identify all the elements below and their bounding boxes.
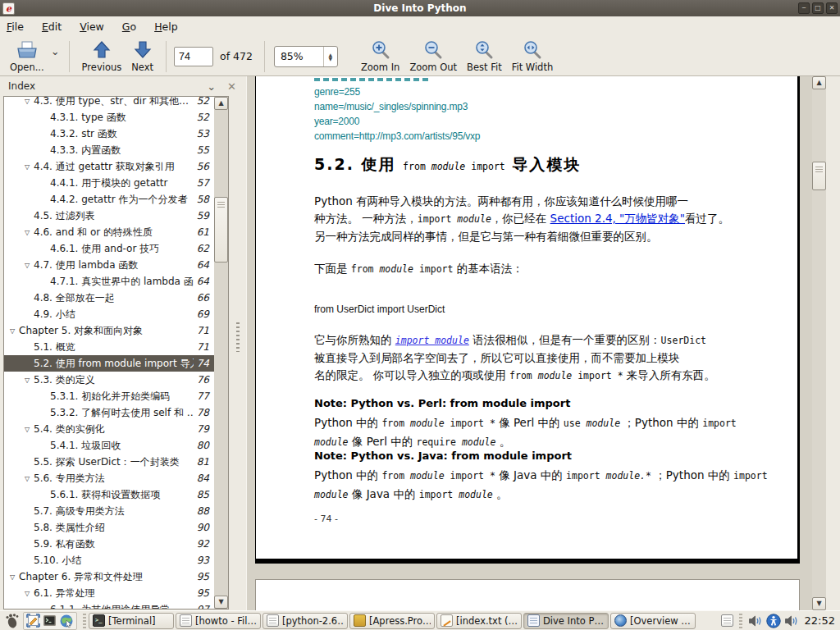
menu-view[interactable]: View <box>80 21 104 33</box>
expander-triangle-icon[interactable]: ▽ <box>21 262 34 269</box>
zoom-in-button[interactable]: Zoom In <box>356 39 405 75</box>
menu-file[interactable]: File <box>7 21 24 33</box>
document-scroll-thumb[interactable] <box>812 162 826 190</box>
zoom-in-icon <box>371 40 390 60</box>
previous-button[interactable]: Previous <box>77 39 127 75</box>
taskbar-window-button[interactable]: Dive Into P… <box>523 613 609 629</box>
scroll-down-icon[interactable]: ▼ <box>812 597 826 610</box>
toc-item[interactable]: 5.5. 探索 UserDict：一个封装类81 <box>4 454 214 470</box>
toc-item-label: 4.4. 通过 getattr 获取对象引用 <box>34 160 194 174</box>
window-list: [Terminal][howto - Fil…[python-2.6…[Apre… <box>89 613 718 629</box>
toc-item[interactable]: 5.9. 私有函数92 <box>4 536 214 552</box>
close-button[interactable]: ✕ <box>826 2 838 14</box>
taskbar-window-button[interactable]: [index.txt (… <box>436 613 522 629</box>
note-java-title: Note: Python vs. Java: from module impor… <box>314 450 572 462</box>
note-perl-body: Python 中的 from module import * 像 Perl 中的… <box>314 413 733 451</box>
toc-item[interactable]: ▽5.6. 专用类方法84 <box>4 470 214 486</box>
document-view[interactable]: genre=255 name=/music/_singles/spinning.… <box>246 76 826 610</box>
screenshot-launcher-icon[interactable] <box>26 614 40 628</box>
taskbar-window-button[interactable]: [python-2.6… <box>262 613 348 629</box>
toc-item[interactable]: ▽5.3. 类的定义76 <box>4 372 214 388</box>
toc-item[interactable]: 4.9. 小结69 <box>4 306 214 322</box>
fit-width-button[interactable]: Fit Width <box>507 39 559 75</box>
zoom-out-button[interactable]: Zoom Out <box>404 39 462 75</box>
maximize-button[interactable]: □ <box>812 2 824 14</box>
browser-launcher-icon[interactable] <box>59 614 74 628</box>
sidebar-dropdown-chevron-icon[interactable]: ⌄ <box>207 80 216 93</box>
page-number-input[interactable] <box>174 47 213 66</box>
toc-item-page: 76 <box>197 374 209 386</box>
expander-triangle-icon[interactable]: ▽ <box>21 590 34 597</box>
toc-item[interactable]: 5.1. 概览71 <box>4 339 214 355</box>
gnome-menu-icon[interactable] <box>3 613 20 629</box>
toc-item[interactable]: 4.8. 全部放在一起66 <box>4 290 214 306</box>
expander-triangle-icon[interactable]: ▽ <box>21 377 34 384</box>
toc-item[interactable]: 5.3.1. 初始化并开始类编码77 <box>4 388 214 404</box>
toc-item[interactable]: 4.4.1. 用于模块的 getattr57 <box>4 175 214 191</box>
expander-triangle-icon[interactable]: ▽ <box>6 573 19 581</box>
scroll-down-icon[interactable]: ▼ <box>214 596 228 609</box>
sidebar-scroll-thumb[interactable] <box>214 197 228 262</box>
toc-item[interactable]: 5.10. 小结93 <box>4 552 214 568</box>
toc-item[interactable]: ▽Chapter 5. 对象和面向对象71 <box>4 322 214 339</box>
note-icon <box>441 614 453 627</box>
taskbar-window-button[interactable]: [Apress.Pro… <box>349 613 435 629</box>
toc-item[interactable]: 4.4.2. getattr 作为一个分发者58 <box>4 191 214 208</box>
pane-resize-handle[interactable] <box>231 76 246 610</box>
toc-item[interactable]: ▽4.6. and 和 or 的特殊性质61 <box>4 224 214 240</box>
toc-item[interactable]: 5.6.1. 获得和设置数据项85 <box>4 486 214 503</box>
expander-triangle-icon[interactable]: ▽ <box>21 475 34 482</box>
toc-item[interactable]: 5.4.1. 垃圾回收80 <box>4 437 214 454</box>
expander-triangle-icon[interactable]: ▽ <box>21 229 34 236</box>
document-scrollbar[interactable]: ▲ ▼ <box>812 76 826 610</box>
code-line: genre=255 <box>314 84 480 99</box>
toc-item[interactable]: 5.8. 类属性介绍90 <box>4 519 214 536</box>
toc-item[interactable]: 5.3.2. 了解何时去使用 self 和 …78 <box>4 404 214 421</box>
toc-item[interactable]: 4.3.2. str 函数53 <box>4 126 214 142</box>
toc-item[interactable]: ▽4.3. 使用 type、str、dir 和其他…52 <box>4 96 214 109</box>
scroll-up-icon[interactable]: ▲ <box>812 76 826 89</box>
zoom-level-select[interactable]: 85% ▲▼ <box>274 46 338 67</box>
menu-edit[interactable]: Edit <box>42 21 62 33</box>
menu-go[interactable]: Go <box>122 21 136 33</box>
tray-document-icon[interactable] <box>721 614 733 627</box>
open-button[interactable]: Open... <box>5 39 49 75</box>
volume-icon-2[interactable] <box>784 614 799 628</box>
volume-icon[interactable] <box>748 614 763 628</box>
expander-triangle-icon[interactable]: ▽ <box>6 327 19 335</box>
expander-triangle-icon[interactable]: ▽ <box>21 163 34 171</box>
toc-item[interactable]: 4.7.1. 真实世界中的 lambda 函数64 <box>4 273 214 290</box>
toc-item[interactable]: ▽4.4. 通过 getattr 获取对象引用56 <box>4 158 214 175</box>
taskbar-window-button[interactable]: [howto - Fil… <box>176 613 261 629</box>
toc-item[interactable]: 4.5. 过滤列表59 <box>4 208 214 224</box>
menu-help[interactable]: Help <box>154 21 178 33</box>
toc-item-page: 52 <box>197 96 209 107</box>
taskbar-window-label: [Apress.Pro… <box>369 615 431 627</box>
best-fit-button[interactable]: Best Fit <box>462 39 507 75</box>
toc-item[interactable]: ▽6.1. 异常处理95 <box>4 585 214 601</box>
expander-triangle-icon[interactable]: ▽ <box>21 98 34 105</box>
toc-item-label: 4.6.1. 使用 and-or 技巧 <box>50 242 194 256</box>
window-title: Dive Into Python <box>0 2 840 14</box>
toc-item[interactable]: 5.2. 使用 from module import 导入…74 <box>4 355 214 372</box>
expander-triangle-icon[interactable]: ▽ <box>21 426 34 433</box>
toc-item[interactable]: 6.1.1. 为其他用途使用异常97 <box>4 601 214 609</box>
toc-item[interactable]: ▽Chapter 6. 异常和文件处理95 <box>4 568 214 585</box>
toc-item[interactable]: 4.3.3. 内置函数55 <box>4 142 214 158</box>
next-button[interactable]: Next <box>126 39 158 75</box>
open-dropdown-chevron[interactable]: ⌄ <box>51 45 60 57</box>
toc-item[interactable]: 4.6.1. 使用 and-or 技巧62 <box>4 240 214 257</box>
taskbar-window-button[interactable]: [Terminal] <box>89 613 174 629</box>
toc-item[interactable]: ▽4.7. 使用 lambda 函数64 <box>4 257 214 273</box>
minimize-button[interactable]: ‒ <box>798 2 810 14</box>
spinner-arrows-icon[interactable]: ▲▼ <box>323 47 337 66</box>
toc-item[interactable]: 4.3.1. type 函数52 <box>4 109 214 126</box>
scroll-up-icon[interactable]: ▲ <box>214 97 228 110</box>
accessibility-icon[interactable] <box>766 614 781 628</box>
toc-item-page: 81 <box>197 456 209 468</box>
terminal-launcher-icon[interactable] <box>43 614 57 628</box>
toc-item[interactable]: 5.7. 高级专用类方法88 <box>4 503 214 519</box>
taskbar-window-button[interactable]: [Overview … <box>610 613 696 629</box>
toc-item[interactable]: ▽5.4. 类的实例化79 <box>4 421 214 437</box>
sidebar-scrollbar[interactable]: ▲ ▼ <box>214 97 228 609</box>
